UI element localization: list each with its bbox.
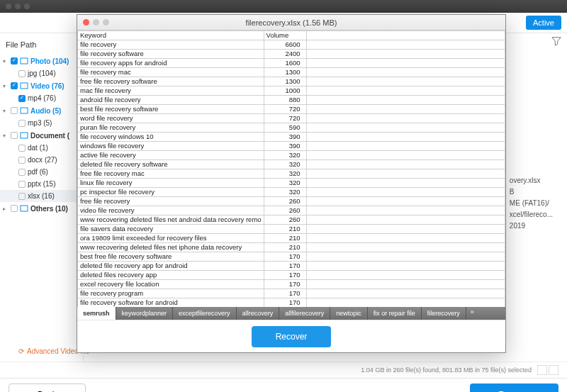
checkbox[interactable]: [18, 193, 26, 200]
back-button[interactable]: Back: [9, 383, 86, 393]
table-row[interactable]: deleted file recovery app for android170: [78, 262, 505, 271]
cell-volume: 320: [264, 160, 306, 169]
cell-keyword: free file recovery mac: [78, 169, 264, 179]
table-row[interactable]: excel recovery file location170: [78, 280, 505, 289]
sidebar-category[interactable]: ▾ Photo (104): [0, 55, 83, 67]
checkbox[interactable]: [11, 132, 18, 139]
cell-volume: 720: [264, 114, 306, 123]
checkbox[interactable]: [11, 82, 18, 89]
checkbox[interactable]: [18, 145, 26, 152]
checkbox[interactable]: [18, 169, 26, 176]
cell-volume: 170: [264, 298, 306, 308]
sidebar-category[interactable]: ▸ Others (10): [0, 202, 83, 215]
sheet-tab[interactable]: allrecovery: [237, 307, 280, 320]
chevron-down-icon[interactable]: ▾: [3, 133, 9, 139]
table-row[interactable]: puran file recovery590: [78, 123, 505, 133]
table-row[interactable]: file recovery mac1300: [78, 68, 505, 77]
table-row[interactable]: android file recovery880: [78, 96, 505, 105]
cell-volume: 390: [264, 133, 306, 142]
cell-volume: 260: [264, 197, 306, 206]
view-list-icon[interactable]: [537, 365, 547, 375]
checkbox[interactable]: [11, 107, 18, 114]
sheet-tab[interactable]: exceptfilerecovery: [173, 307, 237, 320]
chevron-down-icon[interactable]: ▾: [3, 83, 9, 89]
active-button[interactable]: Active: [526, 16, 561, 30]
table-row[interactable]: windows file recovery390: [78, 142, 505, 151]
sidebar: File Path ▾ Photo (104) jpg (104)▾ Video…: [0, 33, 84, 362]
cell-keyword: www recovering deleted files net iphone …: [78, 243, 264, 252]
cell-volume: 320: [264, 169, 306, 179]
close-icon[interactable]: [83, 19, 89, 26]
table-row[interactable]: pc inspector file recovery320: [78, 188, 505, 197]
doc-icon: [20, 131, 28, 140]
table-row[interactable]: mac file recovery1000: [78, 86, 505, 96]
cell-volume: 1300: [264, 68, 306, 77]
detail-line: B: [510, 186, 553, 198]
table-row[interactable]: file recovery software for android170: [78, 298, 505, 308]
sidebar-category[interactable]: ▾ Audio (5): [0, 104, 83, 117]
modal-header[interactable]: filerecovery.xlsx (1.56 MB): [77, 15, 505, 30]
table-row[interactable]: video file recovery260: [78, 206, 505, 215]
sidebar-item[interactable]: docx (27): [0, 154, 83, 166]
table-row[interactable]: file recovery software2400: [78, 50, 505, 59]
sheet-tab[interactable]: allfilerecovery: [279, 307, 330, 320]
filter-icon[interactable]: [551, 36, 561, 46]
table-row[interactable]: deleted files recovery app170: [78, 271, 505, 280]
chevron-down-icon[interactable]: ▾: [3, 58, 9, 65]
chevron-down-icon[interactable]: ▾: [3, 108, 9, 114]
sheet-tabs: semrushkeywordplannerexceptfilerecoverya…: [77, 307, 505, 320]
checkbox[interactable]: [18, 120, 26, 127]
svg-rect-3: [21, 133, 28, 138]
sheet-tab[interactable]: semrush: [77, 307, 116, 320]
sidebar-category[interactable]: ▾ Document (: [0, 129, 83, 142]
checkbox[interactable]: [11, 57, 18, 65]
table-row[interactable]: active file recovery320: [78, 151, 505, 160]
sidebar-item[interactable]: pptx (15): [0, 178, 83, 190]
sidebar-item[interactable]: mp4 (76): [0, 92, 83, 104]
checkbox[interactable]: [11, 205, 18, 212]
table-row[interactable]: best file recovery software720: [78, 105, 505, 114]
cell-volume: 170: [264, 280, 306, 289]
table-row[interactable]: file recovery windows 10390: [78, 133, 505, 142]
sidebar-category[interactable]: ▾ Video (76): [0, 79, 83, 92]
sidebar-item[interactable]: xlsx (16): [0, 190, 83, 202]
chevron-right-icon[interactable]: ▸: [3, 206, 9, 212]
table-row[interactable]: best free file recovery software170: [78, 252, 505, 262]
cell-keyword: deleted file recovery app for android: [78, 262, 264, 271]
view-grid-icon[interactable]: [549, 365, 558, 375]
sheet-tab[interactable]: keywordplanner: [116, 307, 174, 320]
table-row[interactable]: word file recovery720: [78, 114, 505, 123]
modal-body[interactable]: Keyword Volume file recovery6600file rec…: [77, 30, 505, 307]
sheet-tab[interactable]: filerecovery: [422, 307, 466, 320]
checkbox[interactable]: [18, 95, 26, 102]
svg-rect-2: [21, 108, 28, 113]
table-row[interactable]: www recovering deleted files net iphone …: [78, 243, 505, 252]
sidebar-item[interactable]: pdf (6): [0, 166, 83, 178]
table-row[interactable]: file recovery6600: [78, 40, 505, 50]
detail-line: 2019: [510, 220, 553, 232]
table-row[interactable]: file savers data recovery210: [78, 225, 505, 234]
sheet-tab[interactable]: fix or repair file: [368, 307, 422, 320]
more-tabs-icon[interactable]: »: [466, 307, 478, 320]
table-row[interactable]: free file recovery mac320: [78, 169, 505, 179]
cell-volume: 170: [264, 252, 306, 262]
table-row[interactable]: file recovery apps for android1600: [78, 59, 505, 68]
item-label: pdf (6): [28, 168, 48, 176]
checkbox[interactable]: [18, 181, 26, 188]
zoom-icon: [103, 19, 109, 26]
checkbox[interactable]: [18, 70, 26, 77]
checkbox[interactable]: [18, 157, 26, 164]
modal-recover-button[interactable]: Recover: [252, 326, 332, 347]
recover-button[interactable]: Recover: [470, 383, 558, 393]
sidebar-item[interactable]: dat (1): [0, 142, 83, 154]
table-row[interactable]: www recovering deleted files net android…: [78, 215, 505, 225]
table-row[interactable]: ora 19809 limit exceeded for recovery fi…: [78, 234, 505, 243]
sidebar-item[interactable]: jpg (104): [0, 67, 83, 79]
table-row[interactable]: linux file recovery320: [78, 179, 505, 188]
sidebar-item[interactable]: mp3 (5): [0, 117, 83, 129]
table-row[interactable]: deleted file recovery software320: [78, 160, 505, 169]
table-row[interactable]: file recovery program170: [78, 289, 505, 298]
sheet-tab[interactable]: newtopic: [330, 307, 368, 320]
table-row[interactable]: free file recovery software1300: [78, 77, 505, 86]
table-row[interactable]: free file recovery260: [78, 197, 505, 206]
